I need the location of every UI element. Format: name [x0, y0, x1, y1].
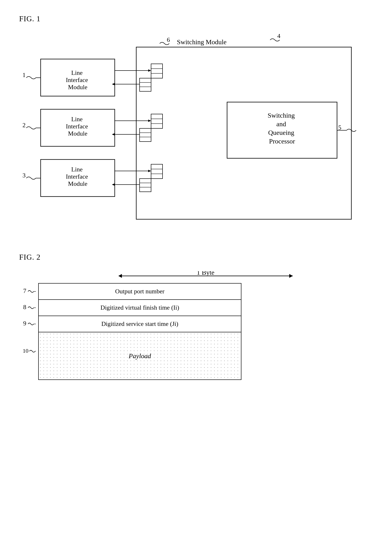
vft-cell: Digitized virtual finish time (Ii) [38, 300, 241, 316]
svg-rect-0 [136, 47, 351, 219]
svg-marker-53 [289, 274, 293, 278]
svg-text:5: 5 [338, 124, 341, 131]
fig1-svg: Switching Module 4 6 Line Interface Modu… [19, 33, 373, 229]
fig1-label: FIG. 1 [19, 14, 373, 23]
svg-text:Line
        Interface
       : Line Interface Module [66, 166, 90, 187]
squig-7: 7 [23, 287, 36, 296]
svg-text:1 Byte: 1 Byte [197, 271, 214, 276]
squig-10: 10 [23, 346, 36, 356]
svg-rect-23 [140, 78, 151, 91]
svg-text:6: 6 [167, 36, 170, 43]
svg-text:7: 7 [23, 287, 26, 294]
sst-cell: Digitized service start time (Ji) [38, 316, 241, 332]
squig-8: 8 [23, 303, 36, 312]
svg-marker-42 [112, 183, 115, 186]
svg-marker-22 [112, 83, 115, 85]
svg-text:Line
        Interface
       : Line Interface Module [66, 69, 90, 91]
svg-rect-43 [140, 179, 151, 192]
svg-marker-17 [148, 69, 151, 72]
svg-text:2: 2 [22, 122, 26, 129]
packet-structure: 7 Output port number 8 [38, 283, 373, 380]
ref-10: 10 [23, 346, 36, 356]
svg-text:8: 8 [23, 304, 26, 311]
fig1-section: FIG. 1 Switching Module 4 6 Line Interfa… [19, 14, 373, 229]
row-sst: 9 Digitized service start time (Ji) [38, 316, 373, 332]
ref-9: 9 [23, 319, 36, 329]
row-vft: 8 Digitized virtual finish time (Ii) [38, 300, 373, 316]
byte-label-row: 1 Byte [38, 271, 373, 281]
svg-marker-51 [118, 274, 122, 278]
svg-marker-32 [112, 133, 115, 136]
svg-text:Switching
        and
        : Switching and Queueing Processor [268, 112, 297, 145]
svg-text:1: 1 [22, 71, 26, 78]
fig2-label: FIG. 2 [19, 253, 373, 262]
svg-text:10: 10 [23, 348, 28, 354]
svg-rect-28 [151, 114, 163, 128]
row-payload: 10 Payload [38, 332, 373, 380]
fig2-diagram: 1 Byte 7 Output port number [19, 271, 373, 380]
squig-9: 9 [23, 319, 36, 329]
svg-rect-18 [151, 64, 163, 78]
output-port-cell: Output port number [38, 283, 241, 300]
svg-text:4: 4 [277, 33, 280, 39]
svg-rect-38 [151, 164, 163, 179]
svg-marker-37 [148, 170, 151, 172]
payload-cell: Payload [38, 332, 241, 380]
fig1-diagram: Switching Module 4 6 Line Interface Modu… [19, 33, 373, 229]
fig2-section: FIG. 2 1 Byte 7 [19, 253, 373, 380]
byte-arrow-svg: 1 Byte [116, 271, 295, 281]
svg-text:Switching Module: Switching Module [177, 38, 227, 46]
ref-7: 7 [23, 287, 36, 296]
svg-text:9: 9 [23, 320, 26, 327]
row-output-port: 7 Output port number [38, 283, 373, 300]
ref-8: 8 [23, 303, 36, 312]
svg-text:3: 3 [22, 172, 26, 179]
svg-marker-27 [148, 120, 151, 122]
svg-text:Line
        Interface
       : Line Interface Module [66, 116, 90, 137]
svg-rect-33 [140, 128, 151, 142]
